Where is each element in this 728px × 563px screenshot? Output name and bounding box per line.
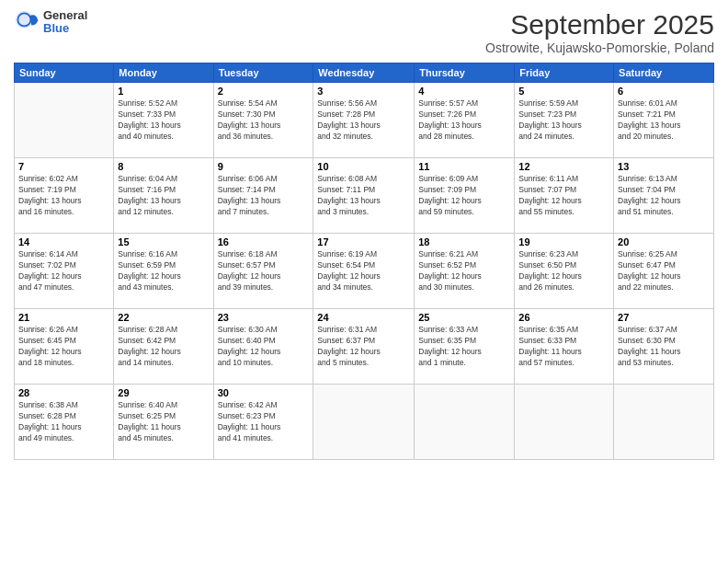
calendar-cell: 19Sunrise: 6:23 AM Sunset: 6:50 PM Dayli… [515, 234, 614, 309]
day-info: Sunrise: 6:19 AM Sunset: 6:54 PM Dayligh… [317, 249, 410, 293]
day-number: 5 [518, 86, 609, 97]
calendar-cell [614, 385, 714, 460]
weekday-header-wednesday: Wednesday [313, 63, 415, 83]
day-info: Sunrise: 6:18 AM Sunset: 6:57 PM Dayligh… [218, 249, 310, 293]
logo-general: General [43, 9, 87, 22]
day-info: Sunrise: 6:31 AM Sunset: 6:37 PM Dayligh… [317, 325, 410, 369]
weekday-header-tuesday: Tuesday [213, 63, 313, 83]
calendar-cell: 7Sunrise: 6:02 AM Sunset: 7:19 PM Daylig… [15, 158, 114, 234]
day-info: Sunrise: 6:26 AM Sunset: 6:45 PM Dayligh… [18, 325, 109, 369]
week-row-3: 14Sunrise: 6:14 AM Sunset: 7:02 PM Dayli… [15, 234, 714, 309]
day-info: Sunrise: 6:40 AM Sunset: 6:25 PM Dayligh… [118, 400, 209, 444]
calendar-cell: 24Sunrise: 6:31 AM Sunset: 6:37 PM Dayli… [313, 309, 415, 385]
calendar-cell: 26Sunrise: 6:35 AM Sunset: 6:33 PM Dayli… [515, 309, 614, 385]
calendar-cell [313, 385, 415, 460]
day-number: 1 [118, 86, 209, 97]
calendar-cell: 29Sunrise: 6:40 AM Sunset: 6:25 PM Dayli… [114, 385, 213, 460]
title-block: September 2025 Ostrowite, Kujawsko-Pomor… [485, 9, 714, 55]
logo-blue: Blue [43, 22, 87, 35]
calendar-cell: 25Sunrise: 6:33 AM Sunset: 6:35 PM Dayli… [415, 309, 515, 385]
day-number: 15 [118, 236, 209, 247]
day-info: Sunrise: 5:59 AM Sunset: 7:23 PM Dayligh… [518, 98, 609, 143]
day-number: 14 [18, 236, 109, 247]
logo-text: General Blue [43, 9, 87, 36]
day-info: Sunrise: 6:09 AM Sunset: 7:09 PM Dayligh… [418, 174, 510, 218]
day-info: Sunrise: 6:16 AM Sunset: 6:59 PM Dayligh… [118, 249, 209, 293]
day-info: Sunrise: 6:37 AM Sunset: 6:30 PM Dayligh… [618, 325, 710, 369]
weekday-header-thursday: Thursday [415, 63, 515, 83]
logo-icon [14, 9, 40, 35]
calendar-cell: 2Sunrise: 5:54 AM Sunset: 7:30 PM Daylig… [213, 83, 313, 158]
calendar-cell: 16Sunrise: 6:18 AM Sunset: 6:57 PM Dayli… [213, 234, 313, 309]
day-info: Sunrise: 6:30 AM Sunset: 6:40 PM Dayligh… [218, 325, 310, 369]
day-info: Sunrise: 5:52 AM Sunset: 7:33 PM Dayligh… [118, 98, 209, 143]
day-info: Sunrise: 5:57 AM Sunset: 7:26 PM Dayligh… [418, 98, 510, 143]
header: General Blue September 2025 Ostrowite, K… [14, 9, 714, 55]
day-info: Sunrise: 6:25 AM Sunset: 6:47 PM Dayligh… [618, 249, 710, 293]
day-number: 22 [118, 312, 209, 323]
calendar-cell: 3Sunrise: 5:56 AM Sunset: 7:28 PM Daylig… [313, 83, 415, 158]
day-info: Sunrise: 6:01 AM Sunset: 7:21 PM Dayligh… [618, 98, 710, 143]
week-row-5: 28Sunrise: 6:38 AM Sunset: 6:28 PM Dayli… [15, 385, 714, 460]
calendar-cell: 12Sunrise: 6:11 AM Sunset: 7:07 PM Dayli… [515, 158, 614, 234]
week-row-1: 1Sunrise: 5:52 AM Sunset: 7:33 PM Daylig… [15, 83, 714, 158]
calendar-page: General Blue September 2025 Ostrowite, K… [0, 0, 728, 563]
day-info: Sunrise: 5:54 AM Sunset: 7:30 PM Dayligh… [218, 98, 310, 143]
calendar-table: SundayMondayTuesdayWednesdayThursdayFrid… [14, 63, 714, 460]
calendar-cell: 6Sunrise: 6:01 AM Sunset: 7:21 PM Daylig… [614, 83, 714, 158]
calendar-cell: 27Sunrise: 6:37 AM Sunset: 6:30 PM Dayli… [614, 309, 714, 385]
weekday-header-monday: Monday [114, 63, 213, 83]
calendar-cell: 30Sunrise: 6:42 AM Sunset: 6:23 PM Dayli… [213, 385, 313, 460]
day-number: 6 [618, 86, 710, 97]
day-info: Sunrise: 6:11 AM Sunset: 7:07 PM Dayligh… [518, 174, 609, 218]
calendar-cell: 1Sunrise: 5:52 AM Sunset: 7:33 PM Daylig… [114, 83, 213, 158]
logo: General Blue [14, 9, 87, 36]
calendar-cell: 11Sunrise: 6:09 AM Sunset: 7:09 PM Dayli… [415, 158, 515, 234]
day-number: 12 [518, 161, 609, 172]
calendar-cell: 28Sunrise: 6:38 AM Sunset: 6:28 PM Dayli… [15, 385, 114, 460]
calendar-cell: 13Sunrise: 6:13 AM Sunset: 7:04 PM Dayli… [614, 158, 714, 234]
day-number: 21 [18, 312, 109, 323]
day-info: Sunrise: 6:28 AM Sunset: 6:42 PM Dayligh… [118, 325, 209, 369]
day-number: 19 [518, 236, 609, 247]
calendar-cell: 10Sunrise: 6:08 AM Sunset: 7:11 PM Dayli… [313, 158, 415, 234]
day-info: Sunrise: 6:02 AM Sunset: 7:19 PM Dayligh… [18, 174, 109, 218]
day-info: Sunrise: 5:56 AM Sunset: 7:28 PM Dayligh… [317, 98, 410, 143]
day-info: Sunrise: 6:42 AM Sunset: 6:23 PM Dayligh… [218, 400, 310, 444]
day-number: 11 [418, 161, 510, 172]
calendar-cell: 22Sunrise: 6:28 AM Sunset: 6:42 PM Dayli… [114, 309, 213, 385]
calendar-cell: 5Sunrise: 5:59 AM Sunset: 7:23 PM Daylig… [515, 83, 614, 158]
day-info: Sunrise: 6:14 AM Sunset: 7:02 PM Dayligh… [18, 249, 109, 293]
day-number: 25 [418, 312, 510, 323]
month-title: September 2025 [485, 9, 714, 40]
calendar-cell: 9Sunrise: 6:06 AM Sunset: 7:14 PM Daylig… [213, 158, 313, 234]
week-row-2: 7Sunrise: 6:02 AM Sunset: 7:19 PM Daylig… [15, 158, 714, 234]
day-number: 23 [218, 312, 310, 323]
day-number: 10 [317, 161, 410, 172]
calendar-cell: 8Sunrise: 6:04 AM Sunset: 7:16 PM Daylig… [114, 158, 213, 234]
calendar-cell: 15Sunrise: 6:16 AM Sunset: 6:59 PM Dayli… [114, 234, 213, 309]
day-number: 18 [418, 236, 510, 247]
day-info: Sunrise: 6:21 AM Sunset: 6:52 PM Dayligh… [418, 249, 510, 293]
day-number: 29 [118, 387, 209, 398]
weekday-header-friday: Friday [515, 63, 614, 83]
day-number: 30 [218, 387, 310, 398]
calendar-cell: 18Sunrise: 6:21 AM Sunset: 6:52 PM Dayli… [415, 234, 515, 309]
day-number: 17 [317, 236, 410, 247]
subtitle: Ostrowite, Kujawsko-Pomorskie, Poland [485, 40, 714, 55]
calendar-cell: 23Sunrise: 6:30 AM Sunset: 6:40 PM Dayli… [213, 309, 313, 385]
day-info: Sunrise: 6:38 AM Sunset: 6:28 PM Dayligh… [18, 400, 109, 444]
day-info: Sunrise: 6:04 AM Sunset: 7:16 PM Dayligh… [118, 174, 209, 218]
calendar-cell [415, 385, 515, 460]
calendar-cell [515, 385, 614, 460]
day-number: 28 [18, 387, 109, 398]
week-row-4: 21Sunrise: 6:26 AM Sunset: 6:45 PM Dayli… [15, 309, 714, 385]
day-number: 9 [218, 161, 310, 172]
day-info: Sunrise: 6:06 AM Sunset: 7:14 PM Dayligh… [218, 174, 310, 218]
day-number: 8 [118, 161, 209, 172]
day-info: Sunrise: 6:33 AM Sunset: 6:35 PM Dayligh… [418, 325, 510, 369]
day-number: 16 [218, 236, 310, 247]
day-number: 3 [317, 86, 410, 97]
day-number: 13 [618, 161, 710, 172]
day-info: Sunrise: 6:35 AM Sunset: 6:33 PM Dayligh… [518, 325, 609, 369]
